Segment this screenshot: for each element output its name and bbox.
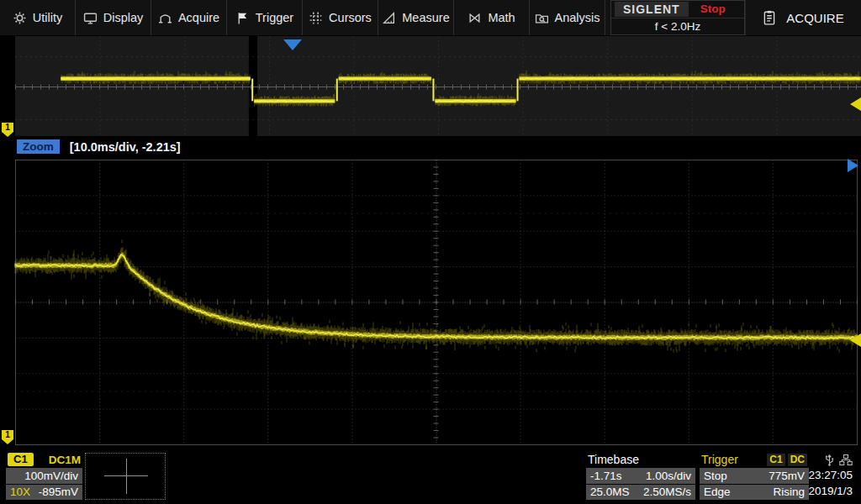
lan-icon: [839, 454, 853, 466]
channel1-coupling: DC1M: [49, 454, 81, 466]
acquisition-status-box: SIGLENT Stop f < 2.0Hz: [610, 0, 745, 35]
channel1-marker-overview[interactable]: 1: [2, 123, 13, 132]
zoom-scale-info: [10.0ms/div, -2.21s]: [70, 140, 181, 154]
add-channel-area[interactable]: [85, 453, 166, 500]
overview-waveform-canvas[interactable]: [0, 35, 861, 137]
channel1-name-badge[interactable]: C1: [8, 453, 34, 466]
menu-measure-label: Measure: [402, 11, 449, 24]
channel1-panel[interactable]: C1 DC1M 100mV/div 10X -895mV: [6, 452, 82, 500]
timebase-scale: 1.00s/div: [646, 470, 691, 482]
menu-acquire-panel-button[interactable]: ACQUIRE: [745, 0, 861, 35]
frequency-counter: f < 2.0Hz: [611, 18, 744, 35]
clock-date: 2019/1/3: [799, 484, 853, 499]
menu-utility-label: Utility: [33, 11, 62, 24]
channel1-offset: -895mV: [39, 486, 78, 498]
menu-utility[interactable]: Utility: [0, 0, 76, 35]
oscilloscope-screen: Utility Display Acquire Trigger Cur: [0, 0, 861, 504]
channel1-scale: 100mV/div: [24, 470, 78, 482]
trigger-status: Stop: [704, 470, 727, 482]
clipboard-icon: [763, 10, 776, 25]
clock-block: 23:27:05 2019/1/3: [799, 452, 853, 499]
clock-time: 23:27:05: [799, 467, 853, 484]
menu-display[interactable]: Display: [76, 0, 151, 35]
menu-display-label: Display: [103, 11, 144, 24]
brand-row: SIGLENT Stop: [611, 1, 744, 18]
folder-magnifier-icon: [535, 11, 549, 25]
trigger-level-marker-overview[interactable]: [850, 97, 861, 111]
zoom-waveform-canvas[interactable]: [0, 156, 861, 449]
timebase-delay: -1.71s: [590, 470, 622, 482]
menu-acquire[interactable]: Acquire: [151, 0, 227, 35]
menu-cursors-label: Cursors: [329, 11, 372, 24]
menu-measure[interactable]: Measure: [378, 0, 454, 35]
menu-acquire-label: Acquire: [178, 11, 219, 24]
trigger-position-marker[interactable]: [283, 39, 302, 50]
channel1-marker-zoom[interactable]: 1: [2, 430, 13, 439]
flag-icon: [235, 11, 250, 25]
zoom-badge[interactable]: Zoom: [17, 139, 60, 154]
trigger-level-marker-zoom[interactable]: [850, 333, 861, 347]
menu-bar: Utility Display Acquire Trigger Cur: [0, 0, 861, 36]
bowtie-icon: [467, 11, 482, 25]
menu-math-label: Math: [488, 11, 515, 24]
menu-trigger-label: Trigger: [256, 11, 293, 24]
menu-analysis-label: Analysis: [555, 11, 600, 24]
trigger-title: Trigger: [701, 453, 738, 466]
zoom-header-row: Zoom [10.0ms/div, -2.21s]: [0, 137, 861, 156]
timebase-panel[interactable]: Timebase -1.71s 1.00s/div 25.0MS 2.50MS/…: [586, 452, 695, 500]
acquire-panel-label: ACQUIRE: [786, 11, 843, 25]
trigger-type: Edge: [704, 486, 731, 498]
delay-reference-marker[interactable]: [848, 159, 858, 172]
menu-cursors[interactable]: Cursors: [303, 0, 378, 35]
timebase-sample-rate: 2.50MS/s: [643, 486, 691, 498]
crosshair-icon-vertical: [126, 459, 127, 494]
menu-analysis[interactable]: Analysis: [530, 0, 605, 35]
status-bar: C1 DC1M 100mV/div 10X -895mV Timebase: [0, 450, 861, 504]
gear-icon: [13, 11, 27, 25]
usb-icon: [824, 453, 835, 466]
menu-trigger[interactable]: Trigger: [227, 0, 303, 35]
timebase-samples: 25.0MS: [590, 486, 630, 498]
ruler-triangle-icon: [382, 11, 396, 25]
run-stop-status: Stop: [700, 3, 726, 15]
crosshatch-icon: [309, 11, 323, 25]
trigger-panel[interactable]: Trigger C1 DC Stop 775mV Edge Rising: [700, 452, 809, 500]
monitor-icon: [83, 11, 98, 25]
menu-math[interactable]: Math: [454, 0, 530, 35]
timebase-title: Timebase: [588, 453, 639, 466]
trigger-source-badge: C1: [767, 454, 784, 466]
siglent-logo: SIGLENT: [615, 2, 689, 17]
arch-icon: [158, 11, 172, 25]
channel1-probe: 10X: [10, 486, 30, 498]
